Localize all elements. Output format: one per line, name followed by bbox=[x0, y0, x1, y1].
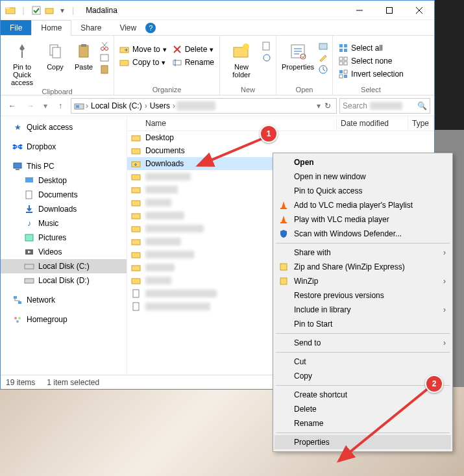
svg-rect-70 bbox=[132, 253, 140, 258]
col-date[interactable]: Date modified bbox=[337, 116, 408, 131]
nav-downloads[interactable]: Downloads bbox=[1, 202, 127, 216]
chevron-down-icon[interactable]: ▾ bbox=[317, 101, 321, 110]
ctx-vlc-add[interactable]: Add to VLC media player's Playlist bbox=[275, 198, 451, 212]
breadcrumb[interactable]: Users bbox=[149, 101, 171, 110]
ctx-share-with[interactable]: Share with› bbox=[275, 245, 451, 260]
minimize-button[interactable] bbox=[345, 1, 374, 20]
history-icon[interactable] bbox=[318, 64, 328, 75]
invert-selection-button[interactable]: Invert selection bbox=[337, 68, 405, 80]
svg-point-26 bbox=[243, 44, 249, 50]
edit-icon[interactable] bbox=[318, 53, 328, 63]
svg-point-58 bbox=[14, 317, 17, 319]
folder-icon bbox=[5, 5, 16, 16]
ctx-cut[interactable]: Cut bbox=[275, 355, 451, 369]
svg-rect-1 bbox=[6, 7, 10, 9]
paste-shortcut-icon[interactable] bbox=[99, 64, 110, 75]
nav-pictures[interactable]: Pictures bbox=[1, 231, 127, 245]
help-icon[interactable]: ? bbox=[145, 23, 156, 33]
status-selection-count: 1 item selected bbox=[47, 378, 99, 387]
ctx-winzip[interactable]: WinZip› bbox=[275, 274, 451, 288]
nav-documents[interactable]: Documents bbox=[1, 188, 127, 202]
folder-icon bbox=[131, 236, 141, 247]
copy-path-icon[interactable] bbox=[99, 53, 110, 63]
nav-quick-access[interactable]: ★Quick access bbox=[1, 120, 127, 134]
invert-icon bbox=[338, 69, 348, 79]
new-folder-button[interactable]: New folder bbox=[224, 38, 259, 79]
select-all-button[interactable]: Select all bbox=[337, 42, 405, 54]
copy-to-button[interactable]: Copy to ▾ bbox=[118, 56, 168, 68]
col-name[interactable]: Name bbox=[127, 116, 337, 131]
svg-rect-11 bbox=[79, 45, 88, 57]
chevron-right-icon[interactable]: › bbox=[145, 101, 147, 110]
tab-home[interactable]: Home bbox=[31, 20, 71, 36]
up-button[interactable]: ↑ bbox=[53, 98, 68, 114]
invert-label: Invert selection bbox=[351, 69, 404, 79]
nav-local-disk-d[interactable]: Local Disk (D:) bbox=[1, 273, 127, 288]
folder-icon bbox=[131, 262, 141, 273]
ctx-vlc-play[interactable]: Play with VLC media player bbox=[275, 212, 451, 227]
ctx-pin-start[interactable]: Pin to Start bbox=[275, 317, 451, 331]
folder-move-icon bbox=[119, 44, 130, 55]
ribbon-tabs: File Home Share View ? bbox=[1, 20, 434, 36]
address-bar[interactable]: › Local Disk (C:) › Users › ████ ▾ ↻ bbox=[71, 98, 337, 114]
nav-dropbox[interactable]: Dropbox bbox=[1, 140, 127, 154]
properties-button[interactable]: Properties bbox=[280, 38, 315, 71]
rename-button[interactable]: Rename bbox=[171, 56, 215, 68]
folder-icon bbox=[131, 223, 141, 234]
nav-videos[interactable]: Videos bbox=[1, 245, 127, 259]
delete-button[interactable]: Delete ▾ bbox=[171, 44, 215, 55]
new-item-icon[interactable] bbox=[262, 41, 272, 51]
select-all-label: Select all bbox=[351, 44, 383, 53]
cut-icon[interactable] bbox=[99, 41, 110, 51]
chevron-right-icon[interactable]: › bbox=[173, 101, 175, 110]
chevron-right-icon[interactable]: › bbox=[86, 101, 88, 110]
ctx-copy[interactable]: Copy bbox=[275, 369, 451, 383]
svg-rect-75 bbox=[280, 208, 287, 209]
nav-desktop[interactable]: Desktop bbox=[1, 173, 127, 188]
ctx-include-library[interactable]: Include in library› bbox=[275, 303, 451, 317]
ctx-open[interactable]: Open bbox=[275, 155, 451, 169]
tab-view[interactable]: View bbox=[110, 20, 145, 35]
checkbox-icon[interactable] bbox=[31, 5, 42, 16]
nav-local-disk-c[interactable]: Local Disk (C:) bbox=[1, 259, 127, 273]
forward-button[interactable]: → bbox=[23, 98, 38, 114]
col-type[interactable]: Type bbox=[408, 116, 434, 131]
tab-share[interactable]: Share bbox=[71, 20, 110, 35]
back-button[interactable]: ← bbox=[5, 98, 20, 114]
divider-icon: | bbox=[18, 5, 29, 16]
maximize-button[interactable] bbox=[374, 1, 404, 20]
ctx-open-new-window[interactable]: Open in new window bbox=[275, 169, 451, 184]
ctx-defender[interactable]: Scan with Windows Defender... bbox=[275, 227, 451, 241]
breadcrumb[interactable]: Local Disk (C:) bbox=[90, 101, 143, 110]
folder-icon bbox=[131, 210, 141, 221]
nav-this-pc[interactable]: This PC bbox=[1, 159, 127, 173]
open-icon[interactable] bbox=[318, 41, 328, 51]
clipboard-small-buttons bbox=[99, 38, 110, 75]
nav-music[interactable]: ♪Music bbox=[1, 216, 127, 231]
refresh-icon[interactable]: ↻ bbox=[322, 101, 334, 110]
copy-button[interactable]: Copy bbox=[42, 38, 68, 71]
pin-label: Pin to Quick access bbox=[5, 63, 40, 86]
breadcrumb-blurred[interactable]: ████ bbox=[177, 101, 215, 110]
pin-quick-access-button[interactable]: Pin to Quick access bbox=[5, 38, 40, 86]
ctx-send-to[interactable]: Send to› bbox=[275, 336, 451, 350]
list-item[interactable]: Desktop bbox=[127, 131, 434, 144]
paste-button[interactable]: Paste bbox=[71, 38, 97, 71]
easy-access-icon[interactable] bbox=[262, 53, 272, 63]
move-to-button[interactable]: Move to ▾ bbox=[118, 44, 168, 55]
nav-network[interactable]: Network bbox=[1, 293, 127, 307]
ctx-pin-quick-access[interactable]: Pin to Quick access bbox=[275, 184, 451, 198]
svg-rect-2 bbox=[32, 6, 40, 14]
svg-line-15 bbox=[103, 42, 107, 47]
close-button[interactable] bbox=[404, 1, 434, 20]
recent-dropdown-icon[interactable]: ▾ bbox=[41, 98, 50, 114]
navigation-pane[interactable]: ★Quick access Dropbox This PC Desktop Do… bbox=[1, 116, 127, 375]
search-input[interactable]: Search 🔍 bbox=[339, 98, 430, 114]
select-none-button[interactable]: Select none bbox=[337, 55, 405, 67]
ctx-restore[interactable]: Restore previous versions bbox=[275, 288, 451, 303]
nav-homegroup[interactable]: Homegroup bbox=[1, 312, 127, 327]
ctx-separator bbox=[276, 333, 450, 334]
ctx-zip-share[interactable]: Zip and Share (WinZip Express) bbox=[275, 260, 451, 274]
tab-file[interactable]: File bbox=[1, 20, 31, 35]
qat-dropdown-icon[interactable]: ▾ bbox=[56, 5, 68, 16]
